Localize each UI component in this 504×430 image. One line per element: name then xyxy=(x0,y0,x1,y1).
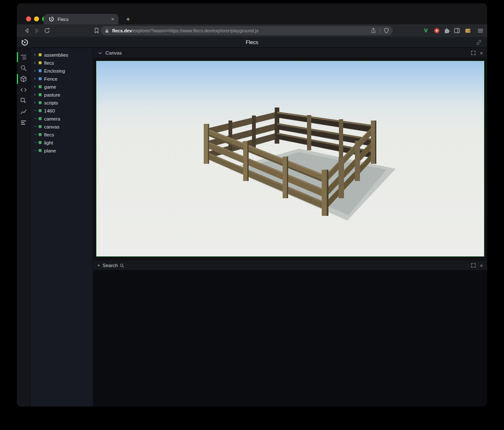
entity-color-swatch xyxy=(39,61,42,64)
entity-color-swatch xyxy=(39,141,42,144)
expand-chevron-icon[interactable] xyxy=(34,110,39,111)
forward-button[interactable] xyxy=(34,27,40,34)
menu-hamburger-icon[interactable] xyxy=(477,27,484,34)
share-link-icon[interactable] xyxy=(475,39,482,46)
fullscreen-icon[interactable] xyxy=(471,263,476,268)
tree-item[interactable]: canvas xyxy=(31,123,93,131)
tree-item-label: game xyxy=(44,84,56,89)
tab-title: Flecs xyxy=(58,17,110,22)
tree-item-label: light xyxy=(44,140,53,145)
expand-chevron-icon[interactable]: › xyxy=(34,75,39,83)
tree-item[interactable]: › Enclosing xyxy=(31,67,93,75)
url-host: flecs.dev xyxy=(112,28,132,33)
tree-item[interactable]: flecs xyxy=(31,131,93,139)
expand-chevron-icon[interactable] xyxy=(34,142,39,143)
tree-item-label: scripts xyxy=(44,100,58,105)
search-panel-content xyxy=(94,270,487,406)
expand-chevron-icon[interactable] xyxy=(34,150,39,151)
close-panel-icon[interactable]: × xyxy=(480,263,483,268)
expand-chevron-icon[interactable] xyxy=(34,118,39,119)
tree-item-label: camera xyxy=(44,116,60,121)
reload-button[interactable] xyxy=(44,27,50,34)
wallet-icon[interactable] xyxy=(465,27,471,34)
tree-item[interactable]: plane xyxy=(31,147,93,155)
url-text: flecs.dev/explorer/?wasm=https://www.fle… xyxy=(112,28,370,33)
flecs-explorer-app: Flecs xyxy=(17,37,487,406)
share-icon[interactable] xyxy=(370,28,376,34)
tree-item-label: assemblies xyxy=(44,52,68,58)
tab-close-icon[interactable]: × xyxy=(110,16,115,22)
tree-item[interactable]: › scripts xyxy=(31,99,93,107)
fence-3d-render xyxy=(97,61,485,257)
tree-item[interactable]: › flecs xyxy=(31,59,93,67)
app-body: › assemblies › flecs › Enclosing xyxy=(17,48,487,406)
minimize-window-button[interactable] xyxy=(34,16,39,21)
tree-item-label: Enclosing xyxy=(44,68,65,73)
tree-item[interactable]: camera xyxy=(31,115,93,123)
new-tab-button[interactable]: + xyxy=(123,15,133,24)
entity-color-swatch xyxy=(39,149,42,152)
search-mini-icon xyxy=(120,263,124,268)
tree-item[interactable]: › assemblies xyxy=(31,51,93,59)
hierarchy-icon[interactable] xyxy=(17,52,30,63)
canvas-panel-header[interactable]: Canvas × xyxy=(94,48,487,58)
expand-chevron-icon[interactable]: › xyxy=(34,67,39,75)
canvas-panel-title: Canvas xyxy=(105,50,122,55)
inspector-icon[interactable] xyxy=(17,95,30,106)
expand-chevron-icon[interactable]: › xyxy=(34,59,39,67)
code-icon[interactable] xyxy=(17,84,30,95)
expand-chevron-icon[interactable]: › xyxy=(34,83,39,91)
entity-color-swatch xyxy=(39,109,42,112)
collapse-chevron-icon[interactable] xyxy=(98,51,102,55)
panel-dot-icon[interactable] xyxy=(98,265,100,266)
cube-icon[interactable] xyxy=(17,73,30,84)
expand-chevron-icon[interactable] xyxy=(34,134,39,135)
entity-color-swatch xyxy=(39,85,42,88)
tree-item-label: plane xyxy=(44,148,56,153)
expand-chevron-icon[interactable]: › xyxy=(34,91,39,99)
app-header: Flecs xyxy=(17,37,487,48)
entity-color-swatch xyxy=(39,93,42,96)
entity-tree: › assemblies › flecs › Enclosing xyxy=(31,48,93,406)
entity-color-swatch xyxy=(39,69,42,72)
expand-chevron-icon[interactable]: › xyxy=(34,51,39,59)
main-area: Canvas × xyxy=(94,48,487,406)
brave-shield-icon[interactable] xyxy=(383,28,389,34)
vimium-extension-icon[interactable]: V xyxy=(423,27,429,34)
red-extension-icon[interactable] xyxy=(433,27,440,34)
tree-item[interactable]: › pasture xyxy=(31,91,93,99)
entity-color-swatch xyxy=(39,117,42,120)
3d-canvas-viewport[interactable] xyxy=(96,61,484,257)
lock-icon[interactable] xyxy=(104,28,110,34)
browser-window: Flecs × + flecs.dev/explorer/?wasm=https… xyxy=(17,3,487,406)
tree-item-label: flecs xyxy=(44,60,54,66)
expand-chevron-icon[interactable] xyxy=(34,126,39,127)
tree-item[interactable]: › Fence xyxy=(31,75,93,83)
tree-item-label: flecs xyxy=(44,132,54,137)
url-bar[interactable]: flecs.dev/explorer/?wasm=https://www.fle… xyxy=(101,26,393,35)
entity-color-swatch xyxy=(39,133,42,136)
tree-item[interactable]: 1460 xyxy=(31,107,93,115)
tree-item-label: 1460 xyxy=(44,108,55,113)
page-title: Flecs xyxy=(17,37,487,48)
close-window-button[interactable] xyxy=(26,16,31,21)
tree-item[interactable]: › game xyxy=(31,83,93,91)
stats-icon[interactable] xyxy=(17,117,30,128)
extensions-puzzle-icon[interactable] xyxy=(444,27,450,34)
fullscreen-icon[interactable] xyxy=(471,50,476,55)
tree-item-label: pasture xyxy=(44,92,60,97)
close-panel-icon[interactable]: × xyxy=(480,50,483,56)
bookmark-icon[interactable] xyxy=(93,27,100,34)
entity-color-swatch xyxy=(39,101,42,104)
chart-icon[interactable] xyxy=(17,106,30,117)
search-icon[interactable] xyxy=(17,63,30,73)
search-panel-header[interactable]: Search × xyxy=(94,261,487,270)
back-button[interactable] xyxy=(24,27,30,34)
tree-item[interactable]: light xyxy=(31,139,93,147)
flecs-favicon-icon xyxy=(49,16,54,22)
expand-chevron-icon[interactable]: › xyxy=(34,99,39,107)
sidebar-panel-icon[interactable] xyxy=(454,27,460,34)
divider xyxy=(380,28,380,33)
browser-tab[interactable]: Flecs × xyxy=(44,14,118,24)
icon-rail xyxy=(17,48,30,406)
